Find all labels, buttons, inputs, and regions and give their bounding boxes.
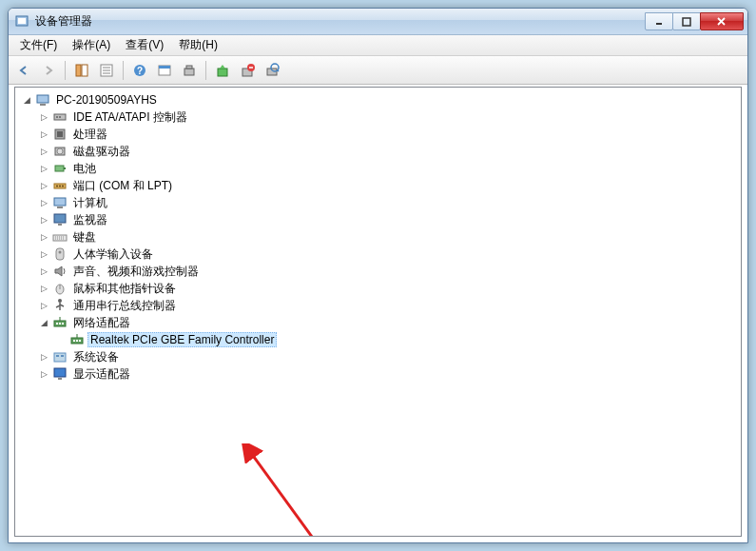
- expand-icon[interactable]: ▷: [36, 161, 51, 176]
- menubar: 文件(F) 操作(A) 查看(V) 帮助(H): [9, 35, 747, 56]
- svg-rect-34: [55, 166, 64, 171]
- svg-rect-16: [184, 69, 194, 75]
- disk-icon: [52, 144, 68, 159]
- tree-category[interactable]: ▷显示适配器: [17, 365, 739, 383]
- svg-rect-1: [18, 18, 26, 24]
- svg-rect-35: [64, 167, 66, 169]
- svg-point-29: [59, 116, 61, 118]
- svg-rect-63: [79, 340, 81, 342]
- expand-icon[interactable]: ▷: [36, 144, 51, 159]
- svg-rect-67: [61, 355, 64, 357]
- display-icon: [52, 366, 68, 382]
- expand-icon[interactable]: ▷: [36, 298, 51, 313]
- arrow-annotation: [242, 443, 432, 537]
- expand-icon[interactable]: ▷: [36, 127, 51, 142]
- svg-rect-7: [82, 65, 87, 76]
- svg-rect-42: [54, 214, 66, 223]
- tree-category-label: 鼠标和其他指针设备: [70, 281, 179, 297]
- titlebar[interactable]: 设备管理器: [9, 9, 747, 35]
- mouse-icon: [52, 281, 68, 296]
- tree-root[interactable]: ◢PC-20190509AYHS: [17, 91, 739, 108]
- svg-rect-15: [159, 66, 170, 69]
- expand-icon[interactable]: ▷: [36, 246, 51, 262]
- svg-rect-6: [76, 65, 81, 76]
- tree-device[interactable]: Realtek PCIe GBE Family Controller: [17, 331, 739, 348]
- menu-view[interactable]: 查看(V): [118, 35, 171, 55]
- toolbar-separator: [65, 61, 66, 80]
- back-button[interactable]: [12, 59, 35, 82]
- minimize-button[interactable]: [645, 12, 673, 30]
- uninstall-button[interactable]: [236, 59, 259, 82]
- expand-icon[interactable]: ▷: [36, 281, 51, 296]
- tree-category[interactable]: ◢网络适配器: [17, 314, 739, 331]
- expand-icon[interactable]: ▷: [36, 366, 51, 382]
- monitor-icon: [52, 212, 68, 227]
- ide-icon: [52, 109, 68, 125]
- expand-icon[interactable]: ▷: [36, 349, 51, 364]
- tree-category[interactable]: ▷电池: [17, 160, 739, 177]
- tree-category-label: 声音、视频和游戏控制器: [70, 264, 202, 280]
- tree-category-label: 磁盘驱动器: [70, 144, 133, 160]
- device-tree-panel[interactable]: ◢PC-20190509AYHS▷IDE ATA/ATAPI 控制器▷处理器▷磁…: [14, 87, 742, 537]
- action-button[interactable]: [153, 59, 176, 82]
- tree-category-label: 计算机: [70, 195, 110, 211]
- tree-category[interactable]: ▷人体学输入设备: [17, 246, 739, 263]
- network-icon: [69, 332, 85, 347]
- close-button[interactable]: [700, 12, 744, 30]
- expand-icon[interactable]: ▷: [36, 212, 51, 227]
- collapse-icon[interactable]: ◢: [19, 92, 34, 108]
- tree-category[interactable]: ▷处理器: [17, 126, 739, 143]
- svg-point-28: [56, 116, 58, 118]
- tree-root-label: PC-20190509AYHS: [53, 93, 160, 107]
- svg-point-39: [62, 186, 64, 187]
- svg-point-51: [58, 299, 62, 303]
- tree-category[interactable]: ▷监视器: [17, 211, 739, 228]
- scan-hardware-button[interactable]: [261, 59, 283, 82]
- svg-rect-69: [58, 378, 62, 380]
- svg-rect-31: [57, 131, 63, 137]
- expand-icon[interactable]: ▷: [36, 178, 51, 193]
- update-driver-button[interactable]: [211, 59, 234, 82]
- svg-rect-62: [76, 340, 78, 342]
- tree-category[interactable]: ▷IDE ATA/ATAPI 控制器: [17, 108, 739, 126]
- maximize-button[interactable]: [672, 12, 701, 30]
- expand-icon[interactable]: ◢: [36, 315, 51, 330]
- expand-icon[interactable]: ▷: [36, 229, 51, 245]
- tree-category[interactable]: ▷通用串行总线控制器: [17, 297, 739, 314]
- svg-rect-41: [57, 207, 63, 208]
- expand-icon[interactable]: ▷: [36, 195, 51, 210]
- tree-category[interactable]: ▷键盘: [17, 228, 739, 246]
- tree-category[interactable]: ▷声音、视频和游戏控制器: [17, 263, 739, 280]
- sound-icon: [52, 264, 68, 279]
- properties-button[interactable]: [95, 59, 118, 82]
- svg-rect-18: [218, 69, 227, 76]
- svg-point-37: [56, 186, 58, 187]
- svg-rect-47: [56, 248, 64, 260]
- scan-button[interactable]: [178, 59, 201, 82]
- hid-icon: [52, 246, 68, 262]
- forward-button[interactable]: [37, 59, 60, 82]
- show-hide-tree-button[interactable]: [70, 59, 93, 82]
- tree-category[interactable]: ▷鼠标和其他指针设备: [17, 280, 739, 297]
- svg-rect-44: [53, 235, 67, 241]
- tree-category-label: 显示适配器: [70, 366, 133, 383]
- help-button[interactable]: ?: [128, 59, 151, 82]
- expand-icon[interactable]: ▷: [36, 264, 51, 279]
- tree-category[interactable]: ▷端口 (COM 和 LPT): [17, 177, 739, 194]
- device-manager-window: 设备管理器 文件(F) 操作(A) 查看(V) 帮助(H) ?: [8, 8, 748, 543]
- svg-point-38: [59, 186, 61, 187]
- svg-rect-26: [40, 104, 46, 106]
- svg-rect-25: [37, 95, 48, 103]
- menu-action[interactable]: 操作(A): [65, 35, 118, 55]
- tree-category-label: 监视器: [70, 212, 110, 228]
- cpu-icon: [52, 127, 68, 142]
- svg-rect-17: [186, 66, 192, 69]
- menu-file[interactable]: 文件(F): [12, 35, 65, 55]
- tree-category[interactable]: ▷计算机: [17, 194, 739, 211]
- tree-category[interactable]: ▷系统设备: [17, 348, 739, 365]
- expand-icon[interactable]: ▷: [36, 109, 51, 125]
- svg-rect-43: [58, 224, 62, 226]
- tree-category-label: 系统设备: [70, 349, 122, 365]
- menu-help[interactable]: 帮助(H): [171, 35, 225, 55]
- tree-category[interactable]: ▷磁盘驱动器: [17, 143, 739, 160]
